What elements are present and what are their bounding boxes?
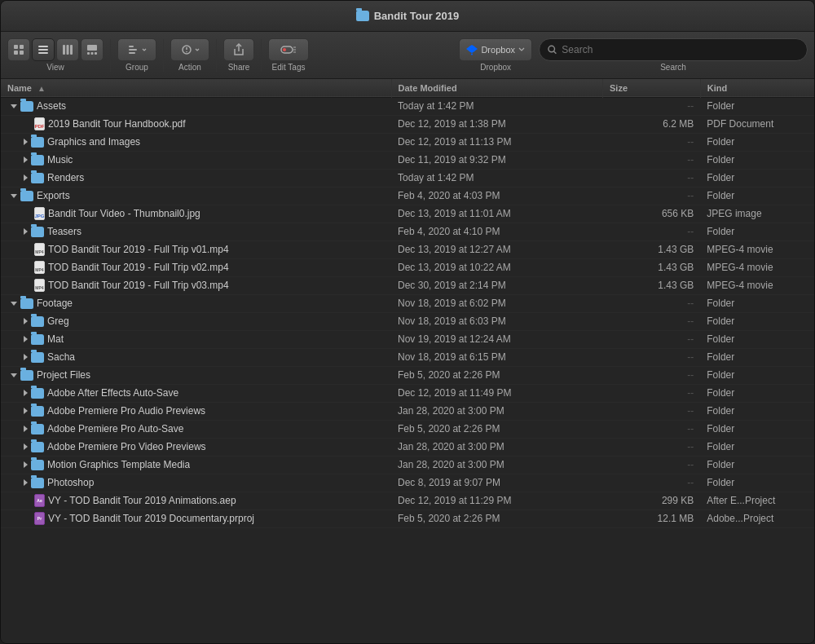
action-btn[interactable] xyxy=(170,38,209,61)
table-row[interactable]: AeVY - TOD Bandit Tour 2019 Animations.a… xyxy=(1,492,814,509)
file-name: Teasers xyxy=(47,226,82,237)
svg-rect-8 xyxy=(67,45,69,55)
table-row[interactable]: PrVY - TOD Bandit Tour 2019 Documentary.… xyxy=(1,509,814,527)
svg-point-26 xyxy=(548,46,555,52)
table-header-row: Name ▲ Date Modified Size Kind xyxy=(1,79,814,97)
table-row[interactable]: ExportsFeb 4, 2020 at 4:03 PM--Folder xyxy=(1,187,814,205)
file-name: Footage xyxy=(37,298,73,309)
aep-icon: Ae xyxy=(34,494,45,507)
file-kind: Folder xyxy=(700,330,814,348)
col-name-header[interactable]: Name ▲ xyxy=(1,79,391,97)
edit-tags-label: Edit Tags xyxy=(272,63,306,72)
view-columns-btn[interactable] xyxy=(56,38,79,61)
expand-arrow-down[interactable] xyxy=(11,104,17,108)
table-row[interactable]: Adobe Premiere Pro Video PreviewsJan 28,… xyxy=(1,438,814,456)
expand-arrow-down[interactable] xyxy=(11,194,17,198)
prproj-icon: Pr xyxy=(34,512,45,525)
table-row[interactable]: MatNov 19, 2019 at 12:24 AM--Folder xyxy=(1,330,814,348)
col-date-header[interactable]: Date Modified xyxy=(391,79,602,97)
expand-arrow-right[interactable] xyxy=(24,174,28,181)
view-icon-btn[interactable] xyxy=(7,38,30,61)
folder-icon xyxy=(20,101,33,112)
file-date: Dec 13, 2019 at 11:01 AM xyxy=(391,205,602,223)
expand-arrow-down[interactable] xyxy=(11,302,17,306)
expand-arrow-down[interactable] xyxy=(11,373,17,377)
file-name: Renders xyxy=(47,172,84,183)
svg-rect-14 xyxy=(129,46,134,47)
table-row[interactable]: TeasersFeb 4, 2020 at 4:10 PM--Folder xyxy=(1,223,814,240)
expand-arrow-right[interactable] xyxy=(24,390,28,396)
table-row[interactable]: Project FilesFeb 5, 2020 at 2:26 PM--Fol… xyxy=(1,366,814,384)
table-row[interactable]: PhotoshopDec 8, 2019 at 9:07 PM--Folder xyxy=(1,474,814,492)
folder-icon xyxy=(31,352,44,363)
expand-arrow-right[interactable] xyxy=(24,157,28,163)
view-gallery-btn[interactable] xyxy=(81,38,104,61)
table-row[interactable]: MP4TOD Bandit Tour 2019 - Full Trip v01.… xyxy=(1,240,814,258)
toolbar: View Group xyxy=(1,32,814,79)
group-btn[interactable] xyxy=(117,38,156,61)
dropbox-section-label: Dropbox xyxy=(480,63,511,72)
expand-arrow-right[interactable] xyxy=(24,443,28,450)
file-kind: Folder xyxy=(700,312,814,330)
col-size-header[interactable]: Size xyxy=(603,79,701,97)
svg-rect-16 xyxy=(129,52,135,54)
file-date: Today at 1:42 PM xyxy=(391,169,602,187)
file-size: -- xyxy=(603,456,701,474)
svg-rect-7 xyxy=(63,45,65,55)
toolbar-right: Dropbox Dropbox Search xyxy=(459,38,808,72)
table-row[interactable]: JPGBandit Tour Video - Thumbnail0.jpgDec… xyxy=(1,205,814,223)
col-kind-header[interactable]: Kind xyxy=(700,79,814,97)
expand-arrow-right[interactable] xyxy=(24,139,28,145)
table-row[interactable]: Graphics and ImagesDec 12, 2019 at 11:13… xyxy=(1,133,814,151)
file-kind: Folder xyxy=(700,151,814,169)
toolbar-divider-1 xyxy=(110,39,111,72)
folder-icon xyxy=(20,370,33,381)
expand-arrow-right[interactable] xyxy=(24,336,28,342)
table-row[interactable]: MP4TOD Bandit Tour 2019 - Full Trip v03.… xyxy=(1,276,814,294)
table-row[interactable]: AssetsToday at 1:42 PM--Folder xyxy=(1,97,814,115)
expand-arrow-right[interactable] xyxy=(24,318,28,324)
expand-arrow-right[interactable] xyxy=(24,408,28,414)
expand-arrow-right[interactable] xyxy=(24,354,28,360)
table-row[interactable]: MP4TOD Bandit Tour 2019 - Full Trip v02.… xyxy=(1,258,814,276)
expand-arrow-right[interactable] xyxy=(24,426,28,432)
view-label: View xyxy=(46,63,64,72)
file-name: Adobe Premiere Pro Audio Previews xyxy=(47,405,205,417)
edit-tags-btn[interactable] xyxy=(268,38,309,61)
file-size: -- xyxy=(603,402,701,420)
toolbar-divider-2 xyxy=(163,39,164,72)
file-name: Assets xyxy=(37,100,66,112)
table-row[interactable]: MusicDec 11, 2019 at 9:32 PM--Folder xyxy=(1,151,814,169)
table-row[interactable]: SachaNov 18, 2019 at 6:15 PM--Folder xyxy=(1,348,814,366)
expand-arrow-right[interactable] xyxy=(24,479,28,486)
file-size: -- xyxy=(603,151,701,169)
folder-icon xyxy=(31,388,44,399)
file-size: -- xyxy=(603,366,701,384)
dropbox-btn[interactable]: Dropbox xyxy=(459,38,532,61)
file-size: 1.43 GB xyxy=(603,240,701,258)
table-row[interactable]: Adobe Premiere Pro Audio PreviewsJan 28,… xyxy=(1,402,814,420)
table-row[interactable]: Adobe Premiere Pro Auto-SaveFeb 5, 2020 … xyxy=(1,420,814,438)
table-row[interactable]: Motion Graphics Template MediaJan 28, 20… xyxy=(1,456,814,474)
table-row[interactable]: GregNov 18, 2019 at 6:03 PM--Folder xyxy=(1,312,814,330)
file-date: Jan 28, 2020 at 3:00 PM xyxy=(391,456,602,474)
table-row[interactable]: FootageNov 18, 2019 at 6:02 PM--Folder xyxy=(1,294,814,312)
view-list-btn[interactable] xyxy=(32,38,55,61)
file-name: Motion Graphics Template Media xyxy=(47,459,190,470)
table-row[interactable]: RendersToday at 1:42 PM--Folder xyxy=(1,169,814,187)
svg-point-25 xyxy=(471,54,473,55)
search-bar[interactable] xyxy=(539,38,808,61)
expand-arrow-right[interactable] xyxy=(24,461,28,468)
file-name: Photoshop xyxy=(47,477,94,488)
file-name: TOD Bandit Tour 2019 - Full Trip v02.mp4 xyxy=(48,262,229,273)
folder-icon xyxy=(31,406,44,417)
file-date: Feb 5, 2020 at 2:26 PM xyxy=(391,420,602,438)
file-area[interactable]: Name ▲ Date Modified Size Kind AssetsTod… xyxy=(1,79,814,643)
expand-arrow-right[interactable] xyxy=(24,228,28,235)
table-row[interactable]: Adobe After Effects Auto-SaveDec 12, 201… xyxy=(1,384,814,402)
share-btn[interactable] xyxy=(223,38,254,61)
table-row[interactable]: PDF2019 Bandit Tour Handbook.pdfDec 12, … xyxy=(1,115,814,133)
search-input[interactable] xyxy=(562,44,799,55)
file-size: -- xyxy=(603,312,701,330)
file-date: Today at 1:42 PM xyxy=(391,97,602,115)
